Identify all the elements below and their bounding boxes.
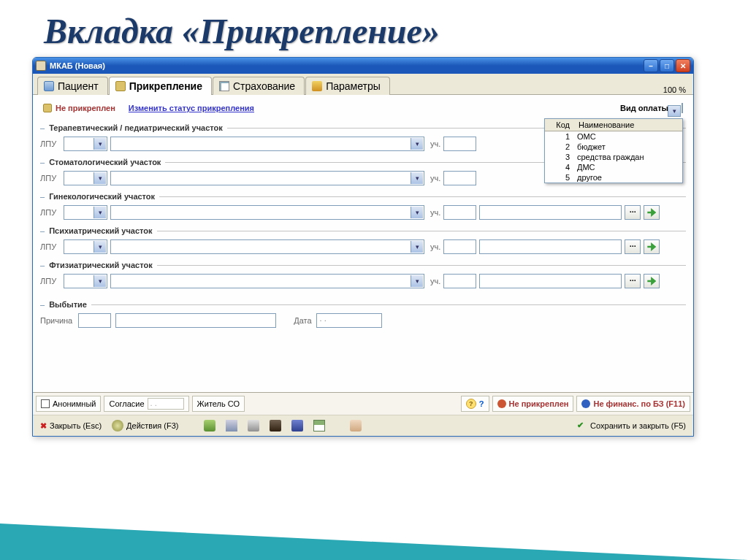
dropdown-item[interactable]: 3средства граждан bbox=[545, 152, 682, 162]
lpu-name-select[interactable] bbox=[110, 137, 424, 151]
tab-attachment[interactable]: Прикрепление bbox=[109, 77, 212, 95]
uch-code-input[interactable] bbox=[443, 274, 476, 288]
checkbox-icon bbox=[41, 399, 50, 408]
app-icon bbox=[36, 61, 46, 71]
maximize-button[interactable]: □ bbox=[660, 59, 674, 72]
reason-name-input[interactable] bbox=[115, 313, 276, 328]
uch-code-input[interactable] bbox=[443, 137, 476, 151]
uch-name-input[interactable] bbox=[479, 205, 622, 220]
dropdown-item[interactable]: 5другое bbox=[545, 172, 682, 183]
dropdown-item[interactable]: 2бюджет bbox=[545, 142, 682, 152]
departure-row: Причина Дата . . bbox=[40, 312, 686, 329]
section-header-psychiatric: –Психиатрический участок bbox=[40, 226, 686, 235]
uch-code-input[interactable] bbox=[443, 239, 476, 254]
lpu-code-select[interactable] bbox=[64, 239, 107, 254]
consent-cell[interactable]: Согласие . . bbox=[104, 396, 188, 412]
uch-label: уч. bbox=[430, 174, 440, 183]
pay-type-select[interactable] bbox=[682, 103, 683, 113]
lookup-button[interactable]: ··· bbox=[625, 274, 641, 288]
disk-icon bbox=[291, 420, 303, 431]
anonymous-cell[interactable]: Анонимный bbox=[36, 396, 101, 412]
finance-icon bbox=[581, 399, 590, 408]
hand-icon bbox=[350, 420, 362, 431]
lpu-name-select[interactable] bbox=[110, 239, 424, 254]
pin-icon bbox=[497, 399, 506, 408]
lookup-button[interactable]: ··· bbox=[625, 205, 641, 220]
minimize-button[interactable]: – bbox=[644, 59, 658, 72]
uch-label: уч. bbox=[430, 139, 440, 148]
lpu-label: ЛПУ bbox=[40, 174, 61, 183]
lookup-button[interactable]: ··· bbox=[625, 239, 641, 254]
pin-icon bbox=[115, 81, 126, 91]
actions-button[interactable]: Действия (F3) bbox=[109, 418, 181, 433]
bottom-toolbar: Закрыть (Esc) Действия (F3) Сохранить и … bbox=[33, 415, 693, 436]
tab-label: Пациент bbox=[58, 80, 99, 92]
dropdown-header: Код Наименование bbox=[545, 119, 682, 131]
dropdown-item[interactable]: 4ДМС bbox=[545, 162, 682, 172]
home-button[interactable] bbox=[223, 418, 240, 433]
content-panel: Не прикреплен Изменить статус прикреплен… bbox=[33, 95, 693, 392]
card-icon bbox=[44, 81, 54, 91]
titlebar: МКАБ (Новая) – □ ✕ bbox=[33, 58, 693, 74]
person-icon bbox=[204, 420, 215, 431]
arrow-icon bbox=[647, 277, 656, 285]
section-header-phthisiatric: –Фтизиатрический участок bbox=[40, 261, 686, 269]
date-input[interactable]: . . bbox=[316, 313, 382, 328]
lpu-name-select[interactable] bbox=[110, 171, 424, 185]
check-icon bbox=[577, 421, 587, 431]
save-close-button[interactable]: Сохранить и закрыть (F5) bbox=[574, 419, 689, 432]
save-disk-button[interactable] bbox=[289, 418, 306, 433]
lpu-name-select[interactable] bbox=[110, 205, 424, 220]
lpu-label: ЛПУ bbox=[40, 139, 61, 148]
date-label: Дата bbox=[294, 316, 311, 325]
tab-patient[interactable]: Пациент bbox=[37, 77, 108, 95]
uch-label: уч. bbox=[430, 277, 440, 285]
not-financed-cell[interactable]: Не финанс. по БЗ (F11) bbox=[576, 396, 690, 412]
clear-button[interactable] bbox=[644, 239, 660, 254]
uch-name-input[interactable] bbox=[479, 239, 622, 254]
tab-insurance[interactable]: Страхование bbox=[213, 77, 305, 95]
close-button[interactable]: ✕ bbox=[676, 59, 690, 72]
clear-button[interactable] bbox=[644, 205, 660, 220]
print-button[interactable] bbox=[245, 418, 262, 433]
lpu-label: ЛПУ bbox=[40, 277, 61, 285]
camera-button[interactable] bbox=[267, 418, 284, 433]
uch-name-input[interactable] bbox=[479, 274, 622, 288]
table-button[interactable] bbox=[310, 418, 328, 433]
lpu-code-select[interactable] bbox=[64, 137, 107, 151]
pin-icon bbox=[43, 104, 52, 112]
uch-code-input[interactable] bbox=[443, 205, 476, 220]
hand-button[interactable] bbox=[347, 418, 365, 433]
arrow-icon bbox=[647, 242, 656, 251]
lpu-name-select[interactable] bbox=[110, 274, 424, 288]
lpu-code-select[interactable] bbox=[64, 205, 107, 220]
person-button[interactable] bbox=[201, 418, 218, 433]
reason-code-input[interactable] bbox=[78, 313, 111, 328]
home-icon bbox=[226, 420, 237, 431]
lpu-label: ЛПУ bbox=[40, 242, 61, 251]
not-attached-cell[interactable]: Не прикреплен bbox=[492, 396, 574, 412]
uch-label: уч. bbox=[430, 208, 440, 217]
help-cell[interactable]: ? ? bbox=[461, 396, 489, 412]
status-bar: Анонимный Согласие . . Житель СО ? ? Не … bbox=[33, 392, 693, 415]
field-row-psychiatric: ЛПУ уч. ··· bbox=[40, 238, 686, 256]
close-esc-button[interactable]: Закрыть (Esc) bbox=[37, 420, 104, 432]
tab-label: Параметры bbox=[326, 80, 381, 92]
lpu-code-select[interactable] bbox=[64, 171, 107, 185]
uch-code-input[interactable] bbox=[443, 171, 476, 185]
help-icon: ? bbox=[466, 399, 476, 409]
app-window: МКАБ (Новая) – □ ✕ Пациент Прикрепление … bbox=[32, 57, 694, 437]
tab-params[interactable]: Параметры bbox=[305, 77, 390, 95]
lpu-code-select[interactable] bbox=[64, 274, 107, 288]
tab-strip: Пациент Прикрепление Страхование Парамет… bbox=[33, 74, 693, 95]
clear-button[interactable] bbox=[644, 274, 660, 288]
reason-label: Причина bbox=[40, 316, 72, 325]
resident-cell[interactable]: Житель СО bbox=[192, 396, 245, 412]
slide-title: Вкладка «Прикрепление» bbox=[0, 0, 748, 58]
lpu-label: ЛПУ bbox=[40, 208, 61, 217]
tab-label: Прикрепление bbox=[129, 80, 202, 92]
table-icon bbox=[313, 420, 325, 431]
dropdown-item[interactable]: 1ОМС bbox=[545, 131, 682, 142]
camera-icon bbox=[270, 420, 281, 431]
change-status-link[interactable]: Изменить статус прикрепления bbox=[129, 104, 254, 112]
